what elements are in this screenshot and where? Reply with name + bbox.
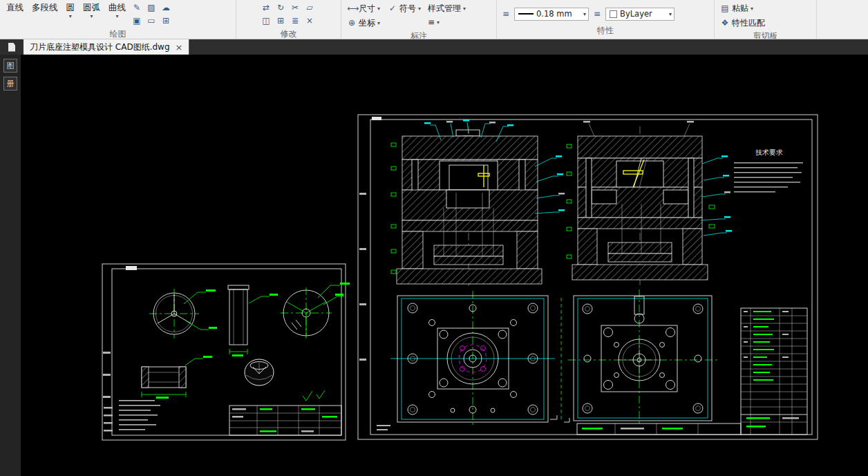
array-icon[interactable]: ⊞ bbox=[274, 15, 287, 27]
part-front-view bbox=[149, 289, 217, 339]
chevron-down-icon: ▾ bbox=[437, 19, 440, 26]
lineweight-list-icon[interactable]: ≡ bbox=[500, 8, 512, 20]
polyline-tool-button[interactable]: 多段线 bbox=[28, 1, 62, 14]
rotate-icon[interactable]: ↻ bbox=[274, 2, 287, 14]
part-side-view bbox=[228, 285, 278, 356]
region-icon[interactable]: ▣ bbox=[131, 15, 143, 27]
color-dropdown[interactable]: ByLayer ▾ bbox=[605, 8, 674, 21]
mold-section-view-right bbox=[567, 121, 732, 285]
modify-group-label: 修改 bbox=[239, 28, 338, 39]
properties-group-label: 特性 bbox=[500, 24, 711, 39]
section-cut-marks bbox=[550, 298, 569, 422]
file-page-icon[interactable] bbox=[8, 43, 15, 52]
symbol-icon: ✓ bbox=[388, 3, 397, 15]
sheet-set-panel-icon[interactable]: 册 bbox=[3, 77, 17, 91]
left-sheet-notes bbox=[119, 400, 160, 430]
match-properties-label: 特性匹配 bbox=[732, 17, 765, 29]
color-swatch-icon bbox=[610, 10, 617, 18]
chevron-down-icon: ▾ bbox=[377, 6, 380, 12]
ribbon-group-annotate: ⟷ 尺寸 ▾ ✓ 符号 ▾ ⊕ 坐标 bbox=[341, 0, 497, 39]
line-tool-label: 直线 bbox=[6, 2, 23, 14]
erase-icon[interactable]: × bbox=[303, 15, 316, 27]
dimension-label: 尺寸 bbox=[359, 3, 375, 15]
coordinate-icon: ⊕ bbox=[347, 17, 357, 29]
line-tool-button[interactable]: 直线 bbox=[3, 1, 27, 14]
coordinate-button[interactable]: ⊕ 坐标 ▾ bbox=[344, 17, 383, 30]
match-properties-button[interactable]: ❖ 特性匹配 bbox=[717, 17, 768, 30]
circle-tool-label: 圆 bbox=[66, 2, 75, 14]
paste-icon: ▤ bbox=[720, 3, 730, 15]
chevron-down-icon: ▾ bbox=[377, 20, 380, 26]
style-manager-label: 样式管理 bbox=[428, 3, 461, 15]
document-tab[interactable]: 刀片底座注塑模具设计 CAD图纸.dwg × bbox=[23, 39, 189, 55]
ribbon-spacer bbox=[817, 0, 868, 39]
drawing-panel-icon[interactable]: 图 bbox=[3, 59, 17, 73]
annotation-menu-button[interactable]: ≡ ▾ bbox=[425, 17, 442, 28]
spline-tool-label: 曲线 bbox=[108, 2, 126, 14]
main-area: 图 册 bbox=[0, 55, 868, 476]
part-section-view bbox=[142, 356, 212, 399]
chevron-down-icon[interactable]: ▾ bbox=[115, 14, 118, 19]
arc-tool-label: 圆弧 bbox=[83, 2, 100, 14]
spline-tool-button[interactable]: 曲线 ▾ bbox=[105, 1, 129, 19]
symbol-button[interactable]: ✓ 符号 ▾ bbox=[385, 2, 424, 15]
document-tab-bar: 刀片底座注塑模具设计 CAD图纸.dwg × bbox=[0, 39, 868, 55]
chevron-down-icon[interactable]: ▾ bbox=[90, 14, 93, 19]
symbol-label: 符号 bbox=[399, 3, 416, 15]
circle-tool-button[interactable]: 圆 ▾ bbox=[63, 1, 79, 19]
left-sheet-title-block bbox=[229, 406, 341, 435]
left-panel-strip: 图 册 bbox=[0, 55, 21, 476]
hatch-icon[interactable]: ▨ bbox=[145, 2, 158, 14]
chevron-down-icon: ▾ bbox=[418, 6, 421, 12]
ribbon-group-draw: 直线 多段线 圆 ▾ 圆弧 ▾ 曲线 ▾ ✎ bbox=[0, 0, 236, 39]
part-rear-view bbox=[281, 283, 350, 339]
paste-label: 粘贴 bbox=[732, 3, 748, 15]
color-value: ByLayer bbox=[620, 9, 666, 19]
menu-icon: ≡ bbox=[428, 17, 435, 27]
mirror-icon[interactable]: ▱ bbox=[303, 2, 316, 14]
drawing-canvas-area[interactable]: 技术要求 bbox=[21, 55, 868, 476]
match-properties-icon: ❖ bbox=[720, 17, 730, 29]
ribbon-group-clipboard: ▤ 粘贴 ▾ ❖ 特性匹配 剪切板 bbox=[715, 0, 817, 39]
pencil-icon[interactable]: ✎ bbox=[131, 2, 143, 14]
dimension-button[interactable]: ⟷ 尺寸 ▾ bbox=[344, 2, 383, 15]
chevron-down-icon: ▾ bbox=[669, 11, 672, 17]
annotate-group-label: 标注 bbox=[344, 30, 493, 39]
ribbon-group-modify: ⇄ ↻ ✂ ▱ ◫ ⊞ ≣ × 修改 bbox=[236, 0, 341, 39]
coordinate-label: 坐标 bbox=[359, 17, 375, 29]
file-corner bbox=[0, 39, 23, 55]
right-sheet-assembly-drawing: 技术要求 bbox=[358, 115, 818, 439]
style-manager-button[interactable]: 样式管理 ▾ bbox=[425, 2, 469, 15]
paste-button[interactable]: ▤ 粘贴 ▾ bbox=[717, 2, 756, 15]
draw-group-label: 绘图 bbox=[3, 28, 233, 39]
offset-icon[interactable]: ≣ bbox=[289, 15, 301, 27]
rectangle-icon[interactable]: ▭ bbox=[145, 15, 158, 27]
document-tab-title: 刀片底座注塑模具设计 CAD图纸.dwg bbox=[30, 41, 170, 53]
technical-requirements-title: 技术要求 bbox=[755, 149, 783, 156]
copy-icon[interactable]: ◫ bbox=[260, 15, 272, 27]
chevron-down-icon: ▾ bbox=[583, 11, 586, 17]
drawing-canvas[interactable]: 技术要求 bbox=[21, 55, 868, 476]
table-icon[interactable]: ⊞ bbox=[160, 15, 172, 27]
ribbon-group-properties: ≡ 0.18 mm ▾ ≡ ByLayer ▾ 特性 bbox=[497, 0, 715, 39]
bottom-title-strip bbox=[577, 423, 741, 435]
part-iso-view bbox=[245, 359, 274, 385]
technical-requirements-block: 技术要求 bbox=[734, 149, 803, 192]
arc-tool-button[interactable]: 圆弧 ▾ bbox=[79, 1, 104, 19]
lineweight-preview-icon bbox=[518, 13, 534, 15]
clipboard-group-label: 剪切板 bbox=[717, 30, 813, 39]
parts-list-table bbox=[741, 308, 807, 435]
chevron-down-icon: ▾ bbox=[751, 6, 753, 12]
mold-plan-view-left bbox=[390, 291, 555, 428]
tab-close-icon[interactable]: × bbox=[176, 43, 183, 52]
left-sheet-part-drawing bbox=[102, 264, 350, 440]
revision-cloud-icon[interactable]: ☁ bbox=[160, 2, 172, 14]
chevron-down-icon[interactable]: ▾ bbox=[69, 14, 72, 19]
trim-icon[interactable]: ✂ bbox=[289, 2, 301, 14]
move-icon[interactable]: ⇄ bbox=[260, 2, 272, 14]
mold-plan-view-right bbox=[568, 289, 717, 426]
lineweight-dropdown[interactable]: 0.18 mm ▾ bbox=[514, 8, 589, 21]
linetype-list-icon[interactable]: ≡ bbox=[591, 8, 603, 20]
lineweight-value: 0.18 mm bbox=[536, 9, 581, 19]
ribbon: 直线 多段线 圆 ▾ 圆弧 ▾ 曲线 ▾ ✎ bbox=[0, 0, 868, 39]
